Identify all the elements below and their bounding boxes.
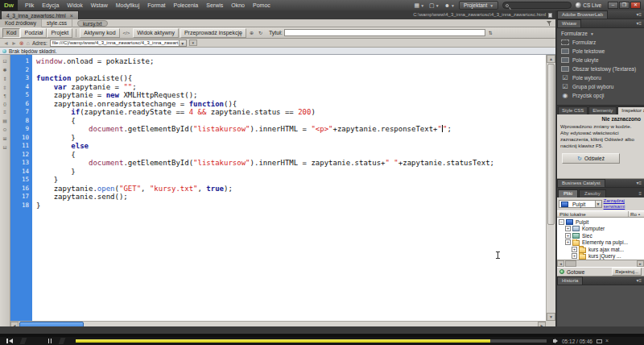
- live-view-button[interactable]: Widok aktywny: [133, 28, 179, 38]
- menu-serwis[interactable]: Serwis: [202, 0, 227, 10]
- menu-format[interactable]: Format: [143, 0, 169, 10]
- insert-item-4[interactable]: Obszar tekstowy (Textarea): [557, 64, 644, 73]
- info-icon[interactable]: ⊙: [2, 127, 6, 132]
- expand-icon[interactable]: +: [565, 239, 571, 245]
- menu-pomoc[interactable]: Pomoc: [249, 0, 275, 10]
- fullscreen-icon[interactable]: [597, 339, 602, 343]
- title-input[interactable]: [284, 29, 485, 36]
- tab-elementy[interactable]: Elementy: [588, 106, 617, 114]
- address-combo[interactable]: file:///C|/wamp/www/4_3_inna_zawartosc/4…: [50, 39, 187, 47]
- remove-comment-icon[interactable]: ⊟: [2, 144, 6, 150]
- files-horizontal-scrollbar[interactable]: ◄ ►: [557, 260, 644, 267]
- extend-icon[interactable]: ▢▼: [429, 2, 440, 9]
- collapse-selection-icon[interactable]: ⇕: [2, 76, 6, 81]
- tree-row-6[interactable]: +kurs jQuery ...: [557, 253, 644, 260]
- scroll-left-icon[interactable]: ◄: [557, 260, 564, 267]
- minimize-button[interactable]: –: [608, 2, 618, 9]
- home-icon[interactable]: ⌂: [27, 39, 30, 47]
- cslive-button[interactable]: CS Live: [576, 2, 601, 8]
- register-button[interactable]: Rejestruj...: [612, 268, 642, 276]
- back-icon[interactable]: ◄: [3, 39, 9, 47]
- stop-icon[interactable]: ⊗: [19, 39, 24, 47]
- progress-bar[interactable]: [76, 339, 547, 343]
- expand-all-icon[interactable]: ⇳: [2, 85, 6, 90]
- tab-pliki[interactable]: Pliki: [558, 189, 578, 197]
- address-dropdown-icon[interactable]: ▼: [179, 40, 186, 46]
- menu-polecenia[interactable]: Polecenia: [170, 0, 203, 10]
- scroll-up-icon[interactable]: ▲: [547, 55, 555, 63]
- related-file-3[interactable]: kursy.txt: [77, 20, 108, 27]
- menu-okno[interactable]: Okno: [227, 0, 249, 10]
- panel-menu-icon[interactable]: ▾≡: [634, 276, 644, 285]
- menu-widok[interactable]: Widok: [63, 0, 86, 10]
- expand-icon[interactable]: +: [565, 233, 571, 239]
- manage-sites-link[interactable]: Zarządzaj serwisami: [604, 198, 642, 210]
- pause-button[interactable]: [48, 339, 52, 343]
- live-code-button[interactable]: Aktywny kod: [80, 28, 119, 38]
- site-select[interactable]: Pulpit ▼: [559, 200, 602, 208]
- refresh-button[interactable]: ↻ Odśwież: [562, 153, 620, 164]
- close-tab-icon[interactable]: ×: [70, 13, 73, 19]
- scroll-right-icon[interactable]: ►: [637, 260, 644, 267]
- highlight-icon[interactable]: ▾: [189, 39, 197, 46]
- scroll-down-icon[interactable]: ▼: [547, 313, 555, 321]
- balance-braces-icon[interactable]: {}: [3, 102, 6, 106]
- highlight-invalid-icon[interactable]: ▤: [2, 118, 7, 123]
- insert-category-dropdown[interactable]: Formularze ▼: [557, 30, 644, 38]
- tree-row-3[interactable]: +Sieć: [557, 232, 644, 239]
- insert-item-3[interactable]: Pole ukryte: [557, 56, 644, 64]
- tree-row-5[interactable]: +kurs ajax mat...: [557, 246, 644, 253]
- coding-toolbar[interactable]: ⊡ ✱ ⇕ ⇳ ¶ {} ≡ ▤ ⊙ ⊞ ⊟: [0, 55, 10, 329]
- tab-business-catalyst[interactable]: Business Catalyst: [557, 179, 605, 187]
- insert-item-7[interactable]: ◉Przycisk opcji: [557, 91, 644, 100]
- panel-menu-icon[interactable]: ▾≡: [634, 10, 644, 19]
- restore-button[interactable]: ❐: [619, 2, 630, 9]
- view-button-projekt[interactable]: Projekt: [47, 28, 72, 38]
- volume-icon[interactable]: [553, 339, 558, 343]
- search-input[interactable]: [509, 2, 565, 8]
- line-numbers-icon[interactable]: ≡: [3, 110, 6, 114]
- view-button-podział[interactable]: Podział: [20, 28, 47, 38]
- globe-icon[interactable]: ⊕: [248, 30, 255, 35]
- filter-related-files-icon[interactable]: [547, 21, 552, 26]
- panel-menu-icon[interactable]: ▾≡: [634, 19, 644, 27]
- tree-row-4[interactable]: +Elementy na pulpi...: [557, 239, 644, 247]
- workspace-button[interactable]: Projektant▼: [459, 1, 498, 10]
- tab-inspektor-znaczników[interactable]: Inspektor znaczników: [617, 106, 644, 114]
- select-parent-tag-icon[interactable]: ¶: [3, 94, 6, 98]
- vertical-scroll-thumb[interactable]: [547, 64, 555, 225]
- panel-menu-icon[interactable]: ≡: [636, 189, 644, 197]
- collapse-icon[interactable]: −: [559, 219, 564, 225]
- tab-zasoby[interactable]: Zasoby: [579, 189, 606, 197]
- tag-icon[interactable]: </>: [122, 31, 132, 35]
- insert-item-2[interactable]: Pole tekstowe: [557, 47, 644, 56]
- close-button[interactable]: ✕: [630, 2, 641, 9]
- menu-edycja[interactable]: Edycja: [38, 0, 63, 10]
- related-file-2[interactable]: style.css: [42, 19, 72, 27]
- user-icon[interactable]: ☻▼: [444, 2, 455, 8]
- expand-icon[interactable]: +: [572, 247, 577, 252]
- column-local-files[interactable]: Pliki lokalne: [557, 211, 628, 217]
- tab-browserlab[interactable]: Adobe BrowserLab: [557, 10, 608, 19]
- tab-style-css[interactable]: Style CSS: [558, 106, 588, 114]
- insert-item-1[interactable]: Formularz: [557, 38, 644, 47]
- apply-comment-icon[interactable]: ⊞: [2, 135, 6, 141]
- panel-menu-icon[interactable]: ▾≡: [634, 179, 644, 187]
- insert-item-6[interactable]: ☑Grupa pól wyboru: [557, 82, 644, 91]
- menu-modyfikuj[interactable]: Modyfikuj: [112, 0, 144, 10]
- code-editor[interactable]: window.onload = pokazListe; function pok…: [32, 55, 546, 321]
- layout-grid-icon[interactable]: ▦▼: [415, 2, 425, 9]
- tree-row-2[interactable]: +Komputer: [557, 226, 644, 233]
- forward-icon[interactable]: ►: [11, 39, 17, 47]
- previous-button[interactable]: [6, 339, 13, 343]
- tab-history[interactable]: Historia: [557, 276, 583, 285]
- tree-row-1[interactable]: −Pulpit: [557, 218, 644, 226]
- player-close-icon[interactable]: ×: [605, 338, 609, 344]
- column-size[interactable]: Ro ▲: [628, 211, 644, 217]
- related-file-1[interactable]: Kod źródłowy: [0, 19, 42, 27]
- collapse-full-tag-icon[interactable]: ✱: [2, 67, 6, 73]
- file-management-icon[interactable]: ⇅: [487, 30, 494, 35]
- refresh-icon[interactable]: ↻: [257, 30, 264, 35]
- inspect-button[interactable]: Przeprowadź inspekcję: [180, 28, 246, 38]
- expand-icon[interactable]: +: [572, 253, 577, 259]
